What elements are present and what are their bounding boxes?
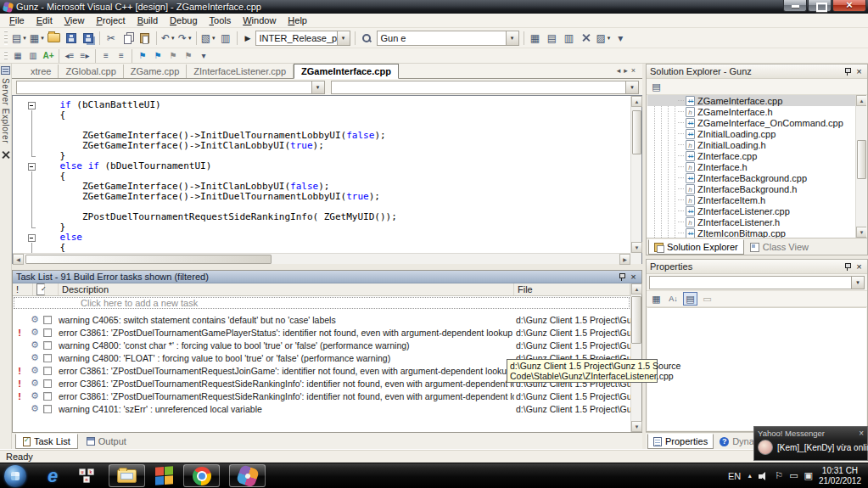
fold-collapse-icon[interactable] xyxy=(27,233,37,243)
action-center-icon[interactable]: ⚐ xyxy=(775,471,783,480)
document-tab-zgame-cpp[interactable]: ZGame.cpp xyxy=(124,65,187,78)
menu-help[interactable]: Help xyxy=(282,14,313,26)
menu-build[interactable]: Build xyxy=(132,14,164,26)
tree-item[interactable]: hZInterfaceBackground.h xyxy=(647,183,866,194)
word-wrap-icon[interactable]: ▥ xyxy=(26,49,40,62)
scrollbar-thumb[interactable] xyxy=(632,110,641,154)
tree-item[interactable]: ++ZInterface.cpp xyxy=(647,150,866,161)
toolbar-grip[interactable] xyxy=(4,51,8,61)
document-tab-zglobal-cpp[interactable]: ZGlobal.cpp xyxy=(59,65,123,78)
volume-icon[interactable] xyxy=(759,471,769,481)
properties-window-icon[interactable]: ▤ xyxy=(545,31,560,46)
categorized-icon[interactable]: ▦ xyxy=(649,292,664,306)
properties-titlebar[interactable]: Properties × xyxy=(647,260,867,274)
menu-view[interactable]: View xyxy=(59,14,91,26)
menu-window[interactable]: Window xyxy=(237,14,282,26)
tab-output[interactable]: Output xyxy=(79,434,134,449)
close-icon[interactable]: × xyxy=(859,429,864,438)
code-area[interactable]: if (bClanBattleUI) { ZGetGameInterface()… xyxy=(13,96,630,253)
cut-icon[interactable]: ✂ xyxy=(104,31,119,46)
chevron-down-icon[interactable]: ▾ xyxy=(506,31,518,45)
find-combo[interactable]: Gun e▾ xyxy=(377,31,519,46)
font-size-icon[interactable]: A+ xyxy=(42,49,55,62)
chevron-down-icon[interactable]: ▾ xyxy=(851,277,864,289)
tab-class-view[interactable]: Class View xyxy=(744,239,815,255)
task-row[interactable]: ⚙warning C4065: switch statement contain… xyxy=(13,313,630,326)
editor-horizontal-scrollbar[interactable]: ◀ ▶ xyxy=(13,253,630,264)
toolbar-options-icon[interactable]: ▾ xyxy=(613,31,628,46)
pin-icon[interactable] xyxy=(843,262,851,272)
task-checkbox[interactable] xyxy=(43,341,52,350)
tree-item[interactable]: ++ZInterfaceBackground.cpp xyxy=(647,172,866,183)
close-icon[interactable]: × xyxy=(854,262,864,272)
minimize-button[interactable] xyxy=(783,0,807,12)
solution-explorer-titlebar[interactable]: Solution Explorer - Gunz × xyxy=(647,65,867,79)
task-row[interactable]: !⚙error C3861: 'ZPostDuelTournamentReque… xyxy=(13,390,630,402)
task-checkbox[interactable] xyxy=(43,405,52,413)
task-list-scrollbar[interactable]: ▲ ▼ xyxy=(630,283,641,432)
document-tab-zgameinterface-cpp[interactable]: ZGameInterface.cpp xyxy=(294,64,399,79)
scroll-left-icon[interactable]: ◀ xyxy=(13,254,24,265)
column-checked[interactable]: ✓ xyxy=(33,283,59,295)
bookmark-options-icon[interactable]: ▾ xyxy=(197,49,210,62)
fold-collapse-icon[interactable] xyxy=(27,161,37,171)
chevron-down-icon[interactable]: ▾ xyxy=(337,31,350,45)
explorer-taskbar-button[interactable] xyxy=(109,464,145,487)
tree-item[interactable]: hZInterfaceListener.h xyxy=(647,216,866,227)
tree-scrollbar[interactable]: ▲▼ xyxy=(855,95,866,238)
tree-item[interactable]: ++ZInterfaceListener.cpp xyxy=(647,205,866,216)
close-icon[interactable]: × xyxy=(629,272,638,282)
scroll-down-icon[interactable]: ▼ xyxy=(631,242,642,253)
code-window-icon[interactable]: ▨▾ xyxy=(596,31,612,46)
visual-studio-taskbar-button[interactable] xyxy=(229,464,266,487)
popup-body[interactable]: [Kem]_[KenDy] vừa online xyxy=(754,439,867,456)
toolbox-icon[interactable] xyxy=(1,150,10,160)
scroll-tabs-left-icon[interactable]: ◂ xyxy=(617,66,621,75)
object-combo[interactable]: ▾ xyxy=(649,276,865,289)
column-description[interactable]: Description xyxy=(59,283,514,295)
maximize-button[interactable] xyxy=(808,0,832,12)
yahoo-messenger-popup[interactable]: Yahoo! Messenger × [Kem]_[KenDy] vừa onl… xyxy=(753,426,868,461)
hidden-icons-icon[interactable]: ▲ xyxy=(747,473,753,479)
column-file[interactable]: File xyxy=(514,283,630,295)
server-explorer-icon[interactable] xyxy=(1,66,10,75)
task-row[interactable]: ⚙warning C4101: 'szErr' : unreferenced l… xyxy=(13,402,630,415)
increase-indent-icon[interactable]: ≡▸ xyxy=(78,49,92,62)
scroll-up-icon[interactable]: ▲ xyxy=(856,95,866,106)
language-indicator[interactable]: EN xyxy=(728,471,741,481)
document-tab-xtree[interactable]: xtree xyxy=(24,65,59,78)
scrollbar-thumb[interactable] xyxy=(857,140,866,179)
chrome-taskbar-button[interactable] xyxy=(183,464,220,487)
scroll-up-icon[interactable]: ▲ xyxy=(631,283,642,294)
pin-icon[interactable] xyxy=(618,272,625,282)
alphabetical-icon[interactable]: A↓ xyxy=(666,292,680,306)
code-editor[interactable]: if (bClanBattleUI) { ZGetGameInterface()… xyxy=(12,95,642,264)
prev-bookmark-icon[interactable]: ⚑ xyxy=(166,49,180,62)
keyboard-icon[interactable]: ukn xyxy=(77,468,99,484)
decrease-indent-icon[interactable]: ◂≡ xyxy=(63,49,76,62)
scroll-down-icon[interactable]: ▼ xyxy=(856,227,866,238)
next-bookmark-icon[interactable]: ⚑ xyxy=(151,49,165,62)
solution-explorer-icon[interactable]: ▦ xyxy=(528,31,543,46)
solution-tree[interactable]: ++ZGameInterface.cpphZGameInterface.h++Z… xyxy=(647,95,866,238)
menu-project[interactable]: Project xyxy=(90,14,131,26)
input-icon[interactable]: ▣ xyxy=(804,471,813,480)
toolbox-icon[interactable] xyxy=(579,31,594,46)
chevron-down-icon[interactable]: ▾ xyxy=(625,81,638,93)
find-icon[interactable] xyxy=(359,31,374,46)
add-item-icon[interactable]: ▦▾ xyxy=(29,31,45,46)
task-row[interactable]: ⚙warning C4800: 'const char *' : forcing… xyxy=(13,339,630,351)
save-icon[interactable] xyxy=(64,31,79,46)
tree-item[interactable]: hZInitialLoading.h xyxy=(647,139,866,150)
scroll-tabs-right-icon[interactable]: ▸ xyxy=(624,66,628,75)
server-explorer-tab[interactable]: Server Explorer xyxy=(1,78,10,143)
task-checkbox[interactable] xyxy=(43,379,52,388)
properties-icon[interactable]: ▤ xyxy=(649,80,664,93)
horizontal-splitter[interactable] xyxy=(12,264,642,270)
uncomment-icon[interactable]: ≡ xyxy=(115,49,128,62)
tab-properties[interactable]: Properties xyxy=(647,434,714,449)
window-layout-icon[interactable]: ▧▾ xyxy=(200,31,216,46)
column-priority[interactable]: ! xyxy=(13,283,33,295)
task-checkbox[interactable] xyxy=(43,316,52,324)
windows-logo-icon[interactable] xyxy=(155,466,174,486)
